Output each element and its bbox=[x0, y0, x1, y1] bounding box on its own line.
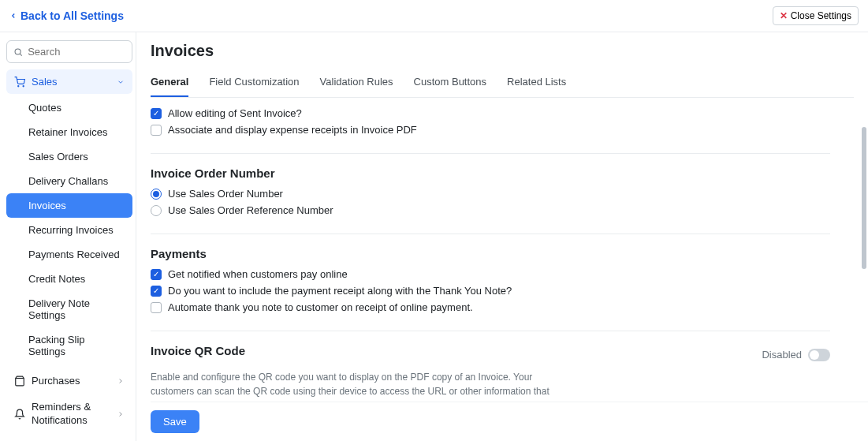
sidebar-item-credit-notes[interactable]: Credit Notes bbox=[6, 267, 132, 291]
content-area: Invoices General Field Customization Val… bbox=[136, 32, 868, 441]
svg-point-0 bbox=[15, 48, 20, 54]
tab-label: Related Lists bbox=[507, 76, 566, 88]
radio-icon bbox=[151, 189, 162, 200]
section-top-checks: Allow editing of Sent Invoice? Associate… bbox=[151, 107, 830, 154]
sidebar-item-invoices[interactable]: Invoices bbox=[6, 193, 132, 218]
bell-icon bbox=[14, 409, 25, 420]
sidebar-group-label: Sales bbox=[32, 76, 58, 88]
sidebar-sales-items: Quotes Retainer Invoices Sales Orders De… bbox=[6, 95, 132, 364]
scrollbar-thumb[interactable] bbox=[862, 127, 866, 269]
check-associate-expense[interactable]: Associate and display expense receipts i… bbox=[151, 124, 830, 136]
svg-line-1 bbox=[20, 54, 21, 55]
tab-general[interactable]: General bbox=[151, 71, 188, 97]
sidebar-group-sales[interactable]: Sales bbox=[6, 69, 132, 94]
sidebar-item-quotes[interactable]: Quotes bbox=[6, 95, 132, 120]
close-icon: ✕ bbox=[780, 10, 788, 21]
tab-label: General bbox=[151, 76, 188, 88]
back-to-settings-label: Back to All Settings bbox=[20, 9, 124, 22]
sidebar-item-label: Credit Notes bbox=[28, 273, 85, 285]
chevron-down-icon bbox=[117, 78, 125, 86]
sidebar-group-users[interactable]: Users & Roles bbox=[6, 435, 132, 441]
sidebar-group-reminders[interactable]: Reminders & Notifications bbox=[6, 394, 132, 434]
check-label: Allow editing of Sent Invoice? bbox=[168, 107, 302, 119]
section-title: Invoice QR Code bbox=[151, 344, 245, 357]
check-allow-editing[interactable]: Allow editing of Sent Invoice? bbox=[151, 107, 830, 119]
checkbox-icon bbox=[151, 302, 162, 313]
tab-validation-rules[interactable]: Validation Rules bbox=[320, 71, 393, 97]
close-settings-label: Close Settings bbox=[791, 10, 851, 21]
checkbox-icon bbox=[151, 269, 162, 280]
search-wrap[interactable] bbox=[6, 40, 132, 63]
checkbox-icon bbox=[151, 286, 162, 297]
check-auto-thankyou[interactable]: Automate thank you note to customer on r… bbox=[151, 301, 830, 313]
tab-field-customization[interactable]: Field Customization bbox=[209, 71, 299, 97]
toggle-status-label: Disabled bbox=[762, 349, 802, 361]
tab-label: Validation Rules bbox=[320, 76, 393, 88]
check-label: Associate and display expense receipts i… bbox=[168, 124, 417, 136]
chevron-right-icon bbox=[117, 410, 125, 418]
radio-label: Use Sales Order Number bbox=[168, 188, 283, 200]
sidebar-item-recurring-invoices[interactable]: Recurring Invoices bbox=[6, 218, 132, 242]
section-payments: Payments Get notified when customers pay… bbox=[151, 247, 830, 331]
chevron-left-icon bbox=[9, 12, 17, 20]
radio-icon bbox=[151, 205, 162, 216]
svg-point-3 bbox=[23, 85, 24, 86]
section-title: Invoice Order Number bbox=[151, 166, 830, 180]
tab-label: Custom Buttons bbox=[414, 76, 487, 88]
tab-custom-buttons[interactable]: Custom Buttons bbox=[414, 71, 487, 97]
chevron-right-icon bbox=[117, 377, 125, 385]
scroll-area[interactable]: Allow editing of Sent Invoice? Associate… bbox=[151, 107, 854, 441]
sidebar-item-delivery-challans[interactable]: Delivery Challans bbox=[6, 169, 132, 193]
tab-label: Field Customization bbox=[209, 76, 299, 88]
sidebar-group-label: Purchases bbox=[32, 375, 80, 387]
sidebar-item-delivery-note-settings[interactable]: Delivery Note Settings bbox=[6, 291, 132, 327]
sidebar: Sales Quotes Retainer Invoices Sales Ord… bbox=[0, 32, 136, 441]
bag-icon bbox=[14, 376, 25, 387]
sidebar-item-label: Packing Slip Settings bbox=[28, 334, 85, 357]
sidebar-group-label: Reminders & Notifications bbox=[32, 401, 102, 428]
check-include-receipt[interactable]: Do you want to include the payment recei… bbox=[151, 285, 830, 297]
sidebar-item-label: Recurring Invoices bbox=[28, 224, 114, 236]
section-title: Payments bbox=[151, 247, 830, 260]
check-notify-online-pay[interactable]: Get notified when customers pay online bbox=[151, 268, 830, 280]
svg-point-2 bbox=[18, 85, 19, 86]
sidebar-group-purchases[interactable]: Purchases bbox=[6, 368, 132, 393]
page-title: Invoices bbox=[151, 42, 854, 60]
sidebar-item-label: Payments Received bbox=[28, 249, 120, 260]
tab-related-lists[interactable]: Related Lists bbox=[507, 71, 566, 97]
check-label: Do you want to include the payment recei… bbox=[168, 285, 512, 297]
check-label: Get notified when customers pay online bbox=[168, 268, 348, 280]
close-settings-button[interactable]: ✕ Close Settings bbox=[773, 6, 859, 25]
sidebar-item-label: Quotes bbox=[28, 102, 61, 114]
section-invoice-order-number: Invoice Order Number Use Sales Order Num… bbox=[151, 166, 830, 234]
footer: Save bbox=[151, 402, 868, 441]
sidebar-item-packing-slip-settings[interactable]: Packing Slip Settings bbox=[6, 327, 132, 364]
sidebar-item-label: Delivery Challans bbox=[28, 175, 108, 187]
sidebar-item-payments-received[interactable]: Payments Received bbox=[6, 242, 132, 267]
topbar: Back to All Settings ✕ Close Settings bbox=[0, 0, 868, 32]
sidebar-item-label: Invoices bbox=[28, 200, 66, 211]
sidebar-item-sales-orders[interactable]: Sales Orders bbox=[6, 144, 132, 169]
sidebar-item-label: Sales Orders bbox=[28, 151, 88, 163]
checkbox-icon bbox=[151, 108, 162, 119]
sidebar-item-label: Retainer Invoices bbox=[28, 126, 107, 138]
qr-toggle[interactable] bbox=[808, 349, 830, 361]
search-input[interactable] bbox=[28, 46, 125, 58]
radio-use-so-ref-number[interactable]: Use Sales Order Reference Number bbox=[151, 204, 830, 216]
tabs: General Field Customization Validation R… bbox=[151, 71, 854, 98]
check-label: Automate thank you note to customer on r… bbox=[168, 301, 473, 313]
qr-toggle-wrap: Disabled bbox=[762, 349, 830, 361]
radio-label: Use Sales Order Reference Number bbox=[168, 204, 333, 216]
back-to-settings-link[interactable]: Back to All Settings bbox=[9, 9, 124, 22]
cart-icon bbox=[14, 77, 25, 88]
sidebar-item-retainer-invoices[interactable]: Retainer Invoices bbox=[6, 120, 132, 144]
radio-use-so-number[interactable]: Use Sales Order Number bbox=[151, 188, 830, 200]
checkbox-icon bbox=[151, 125, 162, 136]
save-button[interactable]: Save bbox=[151, 410, 199, 433]
save-button-label: Save bbox=[163, 416, 187, 428]
sidebar-item-label: Delivery Note Settings bbox=[28, 297, 90, 321]
search-icon bbox=[13, 47, 23, 58]
